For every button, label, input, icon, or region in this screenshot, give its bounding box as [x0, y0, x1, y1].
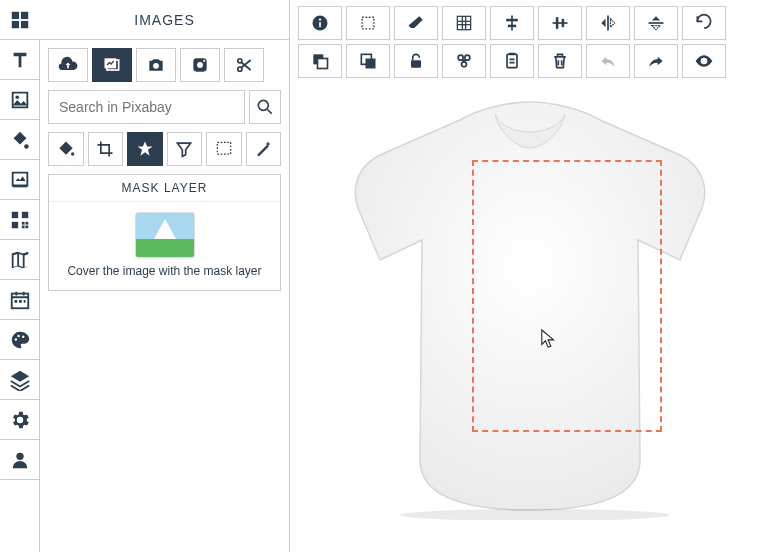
map-icon[interactable] — [0, 240, 40, 280]
svg-point-23 — [153, 63, 159, 69]
svg-point-5 — [24, 144, 29, 149]
svg-rect-48 — [366, 59, 376, 69]
group-icon[interactable] — [442, 44, 486, 78]
search-row — [48, 90, 281, 124]
flip-horizontal-icon[interactable] — [586, 6, 630, 40]
svg-rect-49 — [411, 60, 421, 67]
canvas-area — [290, 0, 778, 552]
svg-point-27 — [238, 67, 242, 71]
svg-point-52 — [462, 62, 467, 67]
text-icon[interactable] — [0, 40, 40, 80]
search-button[interactable] — [249, 90, 281, 124]
send-back-icon[interactable] — [298, 44, 342, 78]
crop-icon[interactable] — [88, 132, 124, 166]
calendar-icon[interactable] — [0, 280, 40, 320]
marquee-icon[interactable] — [346, 6, 390, 40]
svg-rect-35 — [362, 17, 374, 29]
product-stage[interactable] — [340, 100, 720, 520]
filter-row — [48, 132, 281, 166]
svg-rect-6 — [12, 211, 18, 217]
trash-icon[interactable] — [538, 44, 582, 78]
svg-rect-40 — [553, 22, 568, 24]
preview-icon[interactable] — [682, 44, 726, 78]
grid-icon[interactable] — [0, 0, 40, 40]
svg-rect-0 — [12, 11, 19, 18]
align-center-v-icon[interactable] — [538, 6, 582, 40]
svg-rect-46 — [318, 59, 328, 69]
svg-rect-11 — [22, 225, 25, 228]
svg-point-19 — [22, 335, 24, 337]
svg-rect-16 — [24, 300, 26, 303]
svg-rect-9 — [22, 221, 25, 224]
paint-icon[interactable] — [0, 120, 40, 160]
svg-rect-39 — [508, 25, 516, 28]
mask-layer-box: MASK LAYER Cover the image with the mask… — [48, 174, 281, 291]
panel-title: IMAGES — [40, 0, 289, 40]
svg-rect-43 — [607, 16, 609, 31]
clipboard-icon[interactable] — [490, 44, 534, 78]
undo-icon[interactable] — [682, 6, 726, 40]
library-icon[interactable] — [92, 48, 132, 82]
svg-rect-41 — [556, 17, 559, 29]
upload-icon[interactable] — [48, 48, 88, 82]
instagram-icon[interactable] — [180, 48, 220, 82]
cut-icon[interactable] — [224, 48, 264, 82]
svg-rect-8 — [12, 221, 18, 227]
svg-rect-1 — [21, 11, 28, 18]
undo-step-icon[interactable] — [586, 44, 630, 78]
wand-icon[interactable] — [246, 132, 282, 166]
svg-rect-14 — [15, 300, 18, 303]
user-icon[interactable] — [0, 440, 40, 480]
print-area[interactable] — [472, 160, 662, 432]
svg-point-55 — [400, 509, 670, 520]
svg-rect-44 — [649, 22, 664, 24]
align-center-h-icon[interactable] — [490, 6, 534, 40]
funnel-icon[interactable] — [167, 132, 203, 166]
svg-point-33 — [319, 19, 321, 21]
svg-point-4 — [15, 95, 19, 99]
flip-vertical-icon[interactable] — [634, 6, 678, 40]
eraser-icon[interactable] — [394, 6, 438, 40]
info-icon[interactable] — [298, 6, 342, 40]
svg-rect-37 — [511, 16, 513, 31]
mask-layer-title: MASK LAYER — [49, 175, 280, 202]
left-rail — [0, 0, 40, 552]
top-toolbar-row-2 — [298, 44, 770, 78]
bucket-icon[interactable] — [48, 132, 84, 166]
svg-point-26 — [203, 60, 205, 62]
layers-icon[interactable] — [0, 360, 40, 400]
lock-icon[interactable] — [394, 44, 438, 78]
svg-rect-12 — [26, 221, 29, 224]
search-input[interactable] — [48, 90, 245, 124]
svg-point-17 — [15, 338, 17, 340]
palette-icon[interactable] — [0, 320, 40, 360]
svg-rect-38 — [506, 19, 518, 21]
svg-point-54 — [702, 59, 705, 62]
mask-thumbnail[interactable] — [135, 212, 195, 258]
svg-point-20 — [16, 452, 23, 459]
image-source-row — [48, 48, 281, 82]
svg-rect-3 — [21, 20, 28, 27]
qr-code-icon[interactable] — [0, 200, 40, 240]
side-panel: IMAGES — [40, 0, 290, 552]
svg-rect-34 — [319, 22, 321, 27]
svg-rect-31 — [217, 142, 230, 154]
redo-step-icon[interactable] — [634, 44, 678, 78]
svg-point-28 — [238, 59, 242, 63]
svg-rect-2 — [12, 20, 19, 27]
svg-point-29 — [258, 100, 268, 110]
svg-rect-42 — [562, 19, 565, 27]
select-area-icon[interactable] — [206, 132, 242, 166]
svg-rect-10 — [26, 225, 29, 228]
image-icon[interactable] — [0, 80, 40, 120]
svg-point-25 — [197, 62, 203, 68]
bring-front-icon[interactable] — [346, 44, 390, 78]
svg-rect-15 — [19, 300, 22, 303]
star-filter-icon[interactable] — [127, 132, 163, 166]
grid-toggle-icon[interactable] — [442, 6, 486, 40]
settings-icon[interactable] — [0, 400, 40, 440]
photo-book-icon[interactable] — [0, 160, 40, 200]
svg-rect-53 — [507, 54, 517, 67]
svg-rect-36 — [457, 16, 470, 29]
camera-icon[interactable] — [136, 48, 176, 82]
